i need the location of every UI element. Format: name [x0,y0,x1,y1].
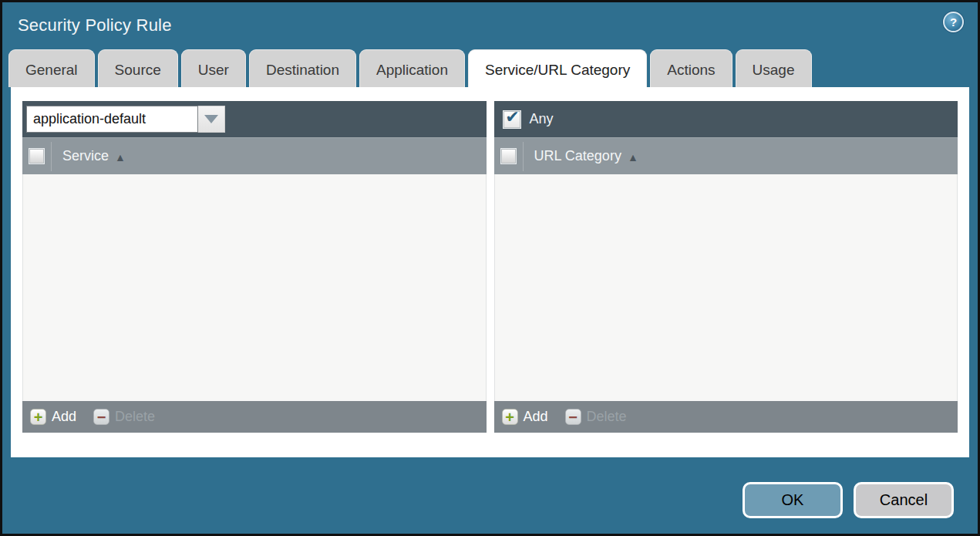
plus-icon: + [502,409,518,425]
url-category-delete-button[interactable]: − Delete [565,409,627,425]
url-category-footer: + Add − Delete [494,401,958,433]
help-icon[interactable]: ? [943,12,964,32]
tab-user[interactable]: User [181,49,246,87]
minus-icon: − [93,409,109,425]
service-panel: Service ▲ + Add − Delete [22,101,487,433]
service-list[interactable] [22,174,487,401]
url-category-toolbar: Any [494,101,958,137]
service-column-header: Service ▲ [22,137,487,174]
service-delete-button[interactable]: − Delete [93,409,155,425]
service-type-combo [26,106,225,133]
tab-bar: General Source User Destination Applicat… [2,49,978,87]
security-policy-rule-dialog: Security Policy Rule ? General Source Us… [0,0,980,536]
column-divider [51,142,52,171]
tab-actions[interactable]: Actions [650,49,732,87]
tab-source[interactable]: Source [98,49,178,87]
service-column-label[interactable]: Service [62,148,109,164]
dialog-actions: OK Cancel [743,482,954,518]
any-checkbox[interactable] [503,111,520,128]
chevron-down-icon [204,115,218,123]
tab-content: Service ▲ + Add − Delete Any [11,87,969,457]
service-footer: + Add − Delete [22,401,487,433]
tab-application[interactable]: Application [359,49,465,87]
tab-usage[interactable]: Usage [736,49,812,87]
service-select-all-checkbox[interactable] [29,149,44,163]
service-toolbar [22,101,487,137]
service-type-dropdown-button[interactable] [198,106,225,133]
service-add-button[interactable]: + Add [30,409,76,425]
plus-icon: + [30,409,46,425]
url-category-column-label[interactable]: URL Category [534,148,621,164]
url-category-add-button[interactable]: + Add [502,409,548,425]
help-glyph: ? [950,15,957,29]
dialog-title: Security Policy Rule [18,15,172,35]
url-category-list[interactable] [494,174,958,401]
sort-ascending-icon[interactable]: ▲ [115,151,126,163]
service-type-input[interactable] [26,106,198,133]
tab-destination[interactable]: Destination [249,49,356,87]
url-category-select-all-checkbox[interactable] [501,149,516,163]
ok-button[interactable]: OK [743,482,843,518]
column-divider [523,142,524,171]
any-row: Any [498,111,554,128]
sort-ascending-icon[interactable]: ▲ [628,151,638,163]
title-bar: Security Policy Rule ? [2,2,978,49]
tab-service-url-category[interactable]: Service/URL Category [468,49,647,87]
tab-general[interactable]: General [8,49,95,87]
cancel-button[interactable]: Cancel [854,482,954,518]
any-label: Any [530,111,554,127]
minus-icon: − [565,409,581,425]
url-category-panel: Any URL Category ▲ + Add − Delete [494,101,958,433]
url-category-column-header: URL Category ▲ [494,137,958,174]
